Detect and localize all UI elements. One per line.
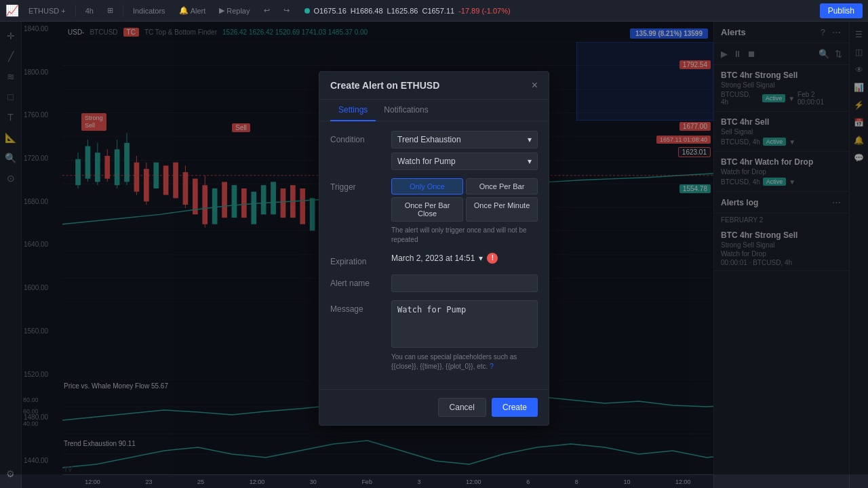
indicators-button[interactable]: Indicators	[129, 5, 170, 16]
replay-button[interactable]: ▶ Replay	[215, 5, 254, 16]
condition-sub-select[interactable]: Watch for Pump ▾	[391, 152, 538, 170]
modal-overlay: Create Alert on ETHUSD × Settings Notifi…	[0, 22, 868, 474]
message-row: Message Watch for Pump You can use speci…	[330, 300, 538, 371]
publish-button[interactable]: Publish	[820, 3, 863, 18]
compare-button[interactable]: ⊞	[103, 5, 117, 16]
create-alert-modal: Create Alert on ETHUSD × Settings Notifi…	[319, 71, 549, 426]
condition-row: Condition Trend Exhaustion ▾ Watch for P…	[330, 131, 538, 170]
expiration-label: Expiration	[330, 253, 384, 266]
time-axis: 12:00 23 25 12:00 30 Feb 3 12:00 6 8 10 …	[62, 474, 713, 488]
symbol-label: ETHUSD	[28, 7, 59, 15]
trigger-grid: Only Once Once Per Bar Once Per Bar Clos…	[391, 178, 538, 222]
condition-select[interactable]: Trend Exhaustion ▾	[391, 131, 538, 148]
expiration-badge: !	[487, 253, 498, 264]
trigger-row: Trigger Only Once Once Per Bar Once Per …	[330, 178, 538, 245]
placeholder-note: You can use special placeholders such as…	[391, 352, 538, 371]
separator2	[123, 5, 123, 17]
price-open: O1675.16	[314, 7, 347, 15]
modal-close-button[interactable]: ×	[532, 80, 538, 91]
timeframe-label: 4h	[85, 7, 94, 15]
price-close: C1657.11	[422, 7, 454, 15]
modal-tabs: Settings Notifications	[319, 100, 549, 121]
redo-button[interactable]: ↪	[279, 5, 294, 16]
trigger-note: The alert will only trigger once and wil…	[391, 226, 538, 245]
expiration-row: Expiration March 2, 2023 at 14:51 ▾ !	[330, 253, 538, 266]
tab-settings[interactable]: Settings	[330, 100, 376, 121]
trigger-label: Trigger	[330, 178, 384, 192]
condition-label: Condition	[330, 131, 384, 144]
indicators-label: Indicators	[133, 7, 165, 15]
alert-name-input[interactable]	[391, 274, 538, 292]
separator	[75, 5, 76, 17]
price-high: H1686.48	[351, 7, 383, 15]
expiration-value-row[interactable]: March 2, 2023 at 14:51 ▾ !	[391, 253, 538, 264]
price-change: -17.89 (-1.07%)	[458, 7, 510, 15]
modal-body: Condition Trend Exhaustion ▾ Watch for P…	[319, 121, 549, 389]
placeholder-help-icon[interactable]: ?	[490, 363, 494, 370]
undo-button[interactable]: ↩	[260, 5, 274, 16]
live-dot	[304, 8, 310, 14]
alert-name-label: Alert name	[330, 274, 384, 288]
price-low: L1625.86	[387, 7, 418, 15]
expiration-control: March 2, 2023 at 14:51 ▾ !	[391, 253, 538, 264]
modal-footer: Cancel Create	[319, 389, 549, 425]
modal-title: Create Alert on ETHUSD	[330, 80, 439, 91]
trigger-once-per-bar-close[interactable]: Once Per Bar Close	[391, 197, 463, 222]
message-label: Message	[330, 300, 384, 314]
logo: 📈	[5, 4, 19, 17]
trigger-once-per-bar[interactable]: Once Per Bar	[466, 178, 538, 195]
expiration-value: March 2, 2023 at 14:51	[391, 253, 475, 263]
trigger-only-once[interactable]: Only Once	[391, 178, 463, 195]
create-button[interactable]: Create	[492, 398, 538, 417]
symbol-button[interactable]: ETHUSD +	[24, 5, 70, 16]
message-textarea[interactable]: Watch for Pump	[391, 300, 538, 348]
alert-name-row: Alert name	[330, 274, 538, 292]
cancel-button[interactable]: Cancel	[438, 398, 486, 417]
tab-notifications[interactable]: Notifications	[376, 100, 436, 121]
alert-name-control	[391, 274, 538, 292]
trigger-controls: Only Once Once Per Bar Once Per Bar Clos…	[391, 178, 538, 245]
topbar: 📈 ETHUSD + 4h ⊞ Indicators 🔔 Alert ▶ Rep…	[0, 0, 868, 22]
trigger-once-per-minute[interactable]: Once Per Minute	[466, 197, 538, 222]
condition-controls: Trend Exhaustion ▾ Watch for Pump ▾	[391, 131, 538, 170]
alert-button[interactable]: 🔔 Alert	[175, 5, 210, 16]
price-info: O1675.16 H1686.48 L1625.86 C1657.11 -17.…	[304, 7, 511, 15]
message-control: Watch for Pump You can use special place…	[391, 300, 538, 371]
timeframe-button[interactable]: 4h	[81, 5, 98, 16]
modal-header: Create Alert on ETHUSD ×	[319, 72, 549, 100]
